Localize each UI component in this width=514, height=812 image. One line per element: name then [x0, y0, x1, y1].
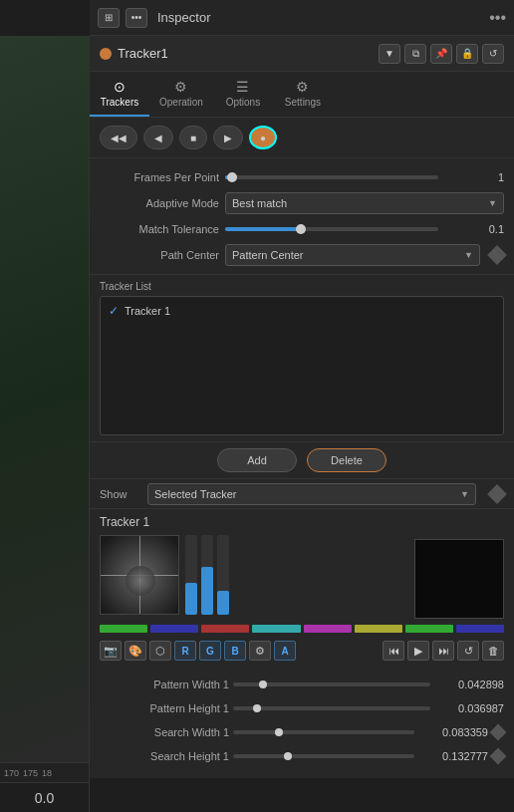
r-label[interactable]: R — [174, 641, 196, 661]
search-height-slider[interactable] — [233, 754, 414, 758]
tracker-checkmark: ✓ — [109, 304, 119, 318]
frames-per-point-value: 1 — [444, 171, 504, 183]
delete-button[interactable]: Delete — [307, 448, 386, 472]
refresh-icon[interactable]: ↺ — [482, 44, 504, 64]
pattern-height-row: Pattern Height 1 0.036987 — [100, 696, 504, 720]
path-center-diamond[interactable] — [487, 245, 507, 265]
adaptive-mode-dropdown[interactable]: Best match ▼ — [225, 192, 504, 214]
color-bar-2 — [201, 625, 249, 633]
next-playback-btn[interactable]: ⏭ — [432, 641, 454, 661]
search-height-value: 0.132777 — [418, 750, 488, 762]
header-dots-icon[interactable]: ••• — [126, 8, 147, 28]
copy-icon[interactable]: ⧉ — [404, 44, 426, 64]
search-height-thumb[interactable] — [284, 752, 292, 760]
thumbnail-image — [0, 36, 89, 762]
color-bar-1 — [150, 625, 198, 633]
transport-row: ◀◀ ◀ ■ ▶ ● — [90, 118, 514, 158]
header-right-dots[interactable]: ••• — [489, 9, 506, 27]
show-value: Selected Tracker — [154, 488, 237, 500]
match-tolerance-track — [225, 227, 438, 231]
tracker-dropdown[interactable]: ▼ — [379, 44, 400, 64]
b-label[interactable]: B — [224, 641, 246, 661]
a-label[interactable]: A — [274, 641, 296, 661]
adaptive-mode-label: Adaptive Mode — [100, 197, 219, 209]
pattern-height-thumb[interactable] — [253, 704, 261, 712]
icon-toolbar-right: ⏮ ▶ ⏭ ↺ 🗑 — [383, 637, 504, 665]
pattern-height-slider[interactable] — [233, 706, 430, 710]
search-width-diamond[interactable] — [490, 724, 507, 741]
frames-per-point-thumb[interactable] — [227, 172, 237, 182]
search-width-label: Search Width 1 — [100, 726, 229, 738]
path-center-label: Path Center — [100, 249, 219, 261]
pattern-height-value: 0.036987 — [434, 702, 504, 714]
search-width-row: Search Width 1 0.083359 — [100, 720, 504, 744]
search-width-thumb[interactable] — [275, 728, 283, 736]
prev-playback-btn[interactable]: ⏮ — [383, 641, 404, 661]
path-center-dropdown[interactable]: Pattern Center ▼ — [225, 244, 480, 266]
match-tolerance-value: 0.1 — [444, 223, 504, 235]
frames-per-point-row: Frames Per Point 1 — [100, 164, 504, 190]
match-tolerance-fill — [225, 227, 300, 231]
path-center-row: Path Center Pattern Center ▼ — [100, 242, 504, 268]
prev-frame-btn[interactable]: ◀ — [143, 126, 173, 149]
add-button[interactable]: Add — [217, 448, 297, 472]
color-bar-6 — [405, 625, 453, 633]
pin-icon[interactable]: 📌 — [430, 44, 452, 64]
match-tolerance-slider[interactable] — [225, 221, 438, 237]
track-all-btn[interactable]: ● — [249, 126, 277, 149]
show-diamond[interactable] — [487, 484, 507, 504]
v-slider-1-fill — [185, 583, 197, 615]
v-slider-1[interactable] — [185, 535, 197, 615]
settings-icon: ⚙ — [296, 79, 309, 95]
play-playback-btn[interactable]: ▶ — [407, 641, 429, 661]
grid-icon[interactable]: ⊞ — [98, 8, 120, 28]
g-label[interactable]: G — [199, 641, 221, 661]
preview-thumbnail — [100, 535, 179, 615]
path-center-arrow: ▼ — [464, 250, 473, 260]
tab-options[interactable]: ☰ Options — [213, 72, 273, 117]
pattern-width-thumb[interactable] — [259, 680, 267, 688]
v-slider-3[interactable] — [217, 535, 229, 615]
loop-playback-btn[interactable]: ↺ — [457, 641, 479, 661]
search-width-slider[interactable] — [233, 730, 414, 734]
match-tolerance-label: Match Tolerance — [100, 223, 219, 235]
frames-per-point-slider[interactable] — [225, 169, 438, 185]
vertical-sliders — [185, 535, 229, 615]
match-tolerance-row: Match Tolerance 0.1 — [100, 216, 504, 242]
timeline-bar: 170 175 18 — [0, 762, 89, 782]
play-forward-btn[interactable]: ▶ — [213, 126, 243, 149]
search-height-label: Search Height 1 — [100, 750, 229, 762]
adaptive-mode-value: Best match — [232, 197, 287, 209]
camera-icon[interactable]: 📷 — [100, 641, 122, 661]
search-height-diamond[interactable] — [490, 748, 507, 765]
stop-btn[interactable]: ■ — [179, 126, 207, 149]
adaptive-mode-arrow: ▼ — [488, 198, 497, 208]
settings2-icon[interactable]: ⚙ — [249, 641, 271, 661]
frames-per-point-label: Frames Per Point — [100, 171, 219, 183]
match-tolerance-thumb[interactable] — [296, 224, 306, 234]
tab-trackers[interactable]: ⊙ Trackers — [90, 72, 149, 117]
tab-settings[interactable]: ⚙ Settings — [273, 72, 333, 117]
show-dropdown[interactable]: Selected Tracker ▼ — [147, 483, 476, 505]
prev-keyframe-btn[interactable]: ◀◀ — [100, 126, 137, 149]
trackers-icon: ⊙ — [114, 79, 126, 95]
operation-icon: ⚙ — [174, 79, 187, 95]
pattern-width-slider[interactable] — [233, 682, 430, 686]
icon-toolbar-left: 📷 🎨 ⬡ R G B ⚙ A — [100, 637, 296, 665]
shape-icon[interactable]: ⬡ — [149, 641, 171, 661]
lock-icon[interactable]: 🔒 — [456, 44, 478, 64]
left-sidebar: 170 175 18 0.0 — [0, 36, 90, 812]
tracker-actions: ▼ ⧉ 📌 🔒 ↺ — [379, 44, 504, 64]
list-item[interactable]: ✓ Tracker 1 — [105, 301, 499, 321]
pattern-width-row: Pattern Width 1 0.042898 — [100, 673, 504, 696]
options-icon: ☰ — [236, 79, 249, 95]
pattern-width-label: Pattern Width 1 — [100, 678, 229, 690]
pattern-width-value: 0.042898 — [434, 678, 504, 690]
v-slider-2[interactable] — [201, 535, 213, 615]
color-wheel-icon[interactable]: 🎨 — [125, 641, 146, 661]
tracker-color-dot — [100, 48, 112, 60]
v-slider-2-fill — [201, 567, 213, 615]
tab-operation[interactable]: ⚙ Operation — [149, 72, 213, 117]
trash-btn[interactable]: 🗑 — [482, 641, 504, 661]
timeline-num-3: 18 — [42, 768, 52, 778]
